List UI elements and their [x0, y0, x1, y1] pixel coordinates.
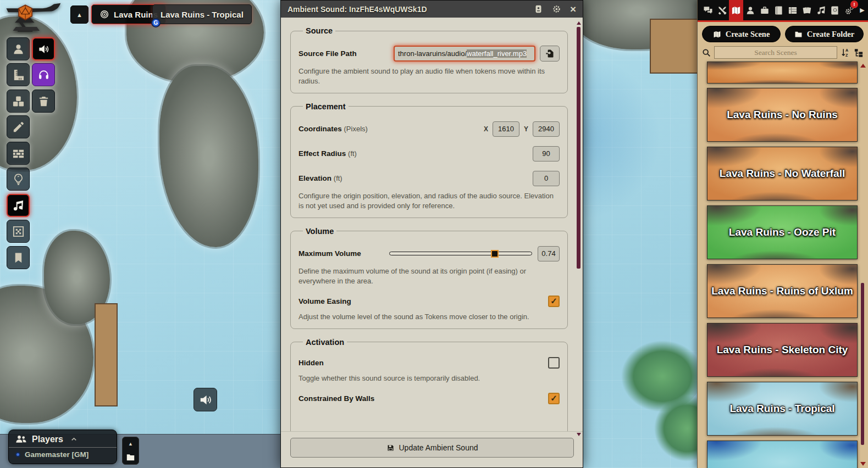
scene-list-item[interactable] — [707, 62, 858, 83]
update-ambient-sound-button[interactable]: Update Ambient Sound — [290, 438, 574, 458]
scroll-up-arrow[interactable] — [577, 21, 581, 25]
sheet-config-icon[interactable] — [534, 4, 543, 14]
file-path-label: Source File Path — [298, 49, 394, 58]
tab-compendium[interactable] — [828, 0, 843, 20]
close-icon[interactable]: × — [570, 4, 576, 14]
y-label: Y — [524, 125, 528, 133]
create-scene-button[interactable]: Create Scene — [702, 26, 781, 42]
sidebar-collapse-button[interactable]: ▶ — [856, 0, 868, 20]
scene-list-item-ruins-of-uxlum[interactable]: Lava Ruins - Ruins of Uxlum — [707, 264, 858, 318]
music-note-icon — [816, 5, 826, 15]
bullseye-icon — [99, 9, 109, 19]
scene-list-item-no-waterfall[interactable]: Lava Ruins - No Waterfall — [707, 147, 858, 200]
max-volume-slider[interactable] — [389, 249, 532, 258]
scene-list-item-skeleton-city[interactable]: Lava Ruins - Skeleton City — [707, 323, 858, 377]
scene-list-item-ooze-pit[interactable]: Lava Ruins - Ooze Pit — [707, 205, 858, 259]
drawing-controls-button[interactable] — [7, 115, 30, 138]
window-header[interactable]: Ambient Sound: InzFhE4sWqUWSk1D × — [281, 1, 583, 18]
bookmark-icon — [12, 252, 25, 264]
tab-settings[interactable]: ! — [842, 0, 856, 20]
player-row[interactable]: Gamemaster [GM] — [9, 448, 117, 461]
hidden-label: Hidden — [298, 359, 548, 367]
macro-directory-button[interactable] — [123, 451, 139, 465]
nav-collapse-button[interactable]: ▲ — [70, 5, 89, 24]
folder-tree-icon[interactable] — [854, 48, 864, 58]
constrained-by-walls-label: Constrained By Walls — [298, 394, 548, 403]
constrained-by-walls-checkbox[interactable] — [548, 393, 560, 404]
select-sound-tool-button[interactable] — [32, 37, 55, 60]
checkerboard-icon — [12, 225, 25, 238]
activation-legend: Activation — [303, 338, 347, 347]
hidden-hint: Toggle whether this sound source is temp… — [298, 374, 560, 383]
folder-icon — [126, 453, 135, 462]
scene-name: Lava Ruins - Tropical — [729, 403, 834, 415]
scene-tab-lava-ruins-tropical[interactable]: Lava Ruins - Tropical G — [152, 4, 252, 24]
region-controls-button[interactable] — [7, 220, 30, 243]
sort-az-icon[interactable]: AZ — [841, 48, 850, 58]
clear-sounds-button[interactable] — [32, 90, 55, 113]
volume-legend: Volume — [303, 227, 336, 236]
players-header[interactable]: Players — [9, 430, 117, 447]
table-list-icon — [788, 5, 798, 15]
tab-cards[interactable] — [800, 0, 814, 20]
sound-controls-button[interactable] — [7, 194, 30, 217]
sidebar-scrollbar-thumb[interactable] — [861, 283, 864, 445]
sidebar: ! ▶ Create Scene Create Folder AZ — [697, 0, 868, 468]
activation-fieldset: Activation Hidden Toggle whether this so… — [290, 338, 568, 431]
volume-fieldset: Volume Maximum Volume Define the maximum… — [290, 227, 568, 329]
scroll-down-arrow[interactable] — [577, 433, 581, 436]
scene-list-item-tropical[interactable]: Lava Ruins - Tropical — [707, 382, 858, 436]
tab-playlists[interactable] — [814, 0, 828, 20]
headphones-icon — [37, 69, 50, 81]
book-icon — [774, 5, 784, 15]
wooden-pier — [95, 303, 118, 406]
scene-list-item-no-ruins[interactable]: Lava Ruins - No Ruins — [707, 88, 858, 142]
coordinate-y-input[interactable] — [533, 121, 560, 137]
sidebar-search-row: AZ — [702, 46, 864, 59]
foundry-logo[interactable] — [4, 2, 62, 34]
scene-list-item-underwater[interactable]: Lava Ruins - Underwater Atl — [707, 441, 858, 468]
tab-scenes[interactable] — [729, 0, 743, 20]
tab-actors[interactable] — [743, 0, 758, 20]
volume-easing-checkbox[interactable] — [548, 296, 560, 307]
easing-hint: Adjust the volume level of the sound as … — [298, 312, 560, 322]
radius-input[interactable] — [533, 146, 560, 161]
tab-journal[interactable] — [772, 0, 786, 20]
note-controls-button[interactable] — [7, 246, 30, 269]
create-folder-button[interactable]: Create Folder — [785, 26, 864, 42]
measure-controls-button[interactable] — [7, 63, 30, 86]
max-volume-label: Maximum Volume — [298, 249, 389, 258]
tile-controls-button[interactable] — [7, 90, 30, 113]
file-picker-button[interactable] — [540, 46, 560, 62]
ambient-sound-marker[interactable] — [193, 388, 217, 411]
tab-combat[interactable] — [715, 0, 729, 20]
hidden-checkbox[interactable] — [548, 357, 560, 369]
token-controls-button[interactable] — [7, 37, 30, 60]
wall-controls-button[interactable] — [7, 142, 30, 165]
coordinate-x-input[interactable] — [493, 121, 519, 137]
map-icon — [731, 5, 741, 15]
players-panel[interactable]: Players Gamemaster [GM] — [8, 430, 117, 464]
swords-icon — [717, 5, 727, 15]
tab-tables[interactable] — [786, 0, 800, 20]
scrollbar-thumb[interactable] — [577, 27, 580, 269]
pencil-icon — [12, 121, 25, 133]
sidebar-tabs: ! ▶ — [698, 0, 868, 20]
folder-icon — [794, 30, 803, 38]
gear-icon[interactable] — [552, 4, 561, 14]
max-volume-input[interactable] — [538, 246, 560, 261]
hotbar-expand-button[interactable]: ▲ — [123, 437, 139, 451]
window-content: Source Source File Path thron-lavaruins/… — [281, 18, 575, 431]
lighting-controls-button[interactable] — [7, 168, 30, 191]
preview-audio-tool-button[interactable] — [32, 63, 55, 86]
tab-chat[interactable] — [701, 0, 715, 20]
volume-easing-label: Volume Easing — [298, 297, 548, 305]
search-scenes-input[interactable] — [714, 46, 837, 59]
elevation-input[interactable] — [533, 171, 560, 186]
slider-thumb[interactable] — [491, 250, 499, 258]
dialog-scrollbar[interactable] — [577, 20, 581, 451]
tab-items[interactable] — [758, 0, 772, 20]
file-path-input[interactable]: thron-lavaruins/audio/waterfall_river.mp… — [394, 46, 535, 62]
scroll-up-arrow[interactable] — [860, 64, 866, 68]
scroll-down-arrow[interactable] — [860, 462, 866, 466]
